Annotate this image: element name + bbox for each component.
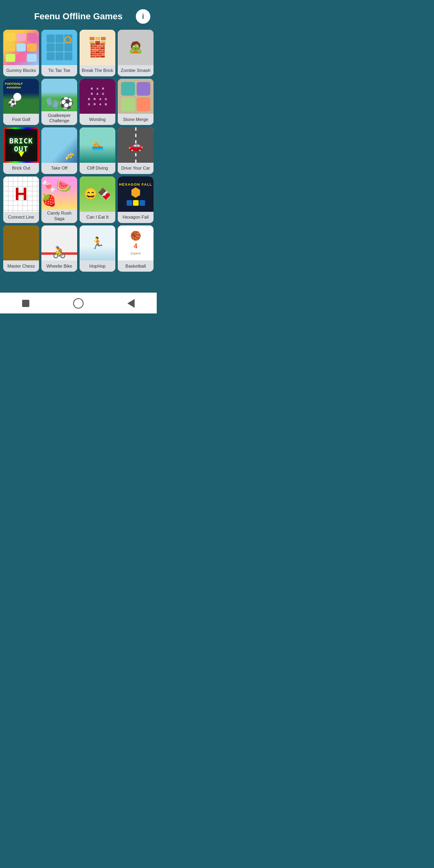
nav-square-icon — [22, 300, 29, 307]
ttt-circle-icon — [64, 36, 72, 43]
game-card-cliff-diving[interactable]: 🏊 Cliff Diving — [80, 127, 115, 174]
game-card-foot-golf[interactable]: FOOTGOLFevolution ⚽ Foot Golf — [3, 79, 39, 125]
game-label-hophop: HopHop — [80, 260, 115, 272]
game-label-break-the-brick: Break The Brick — [80, 65, 115, 76]
game-card-basketball[interactable]: 🏀 4 Superb Basketball — [118, 225, 154, 272]
nav-back-icon — [127, 299, 135, 308]
game-thumb-take-off: 🚕 — [41, 127, 77, 163]
game-label-drive-your-car: Drive Your Car — [118, 163, 154, 174]
game-thumb-connect-line: H — [3, 176, 39, 212]
nav-circle-icon — [73, 298, 84, 309]
game-card-brick-out[interactable]: BRICKOUT Brick Out — [3, 127, 39, 174]
game-label-hexagon-fall: Hexagon Fall — [118, 212, 154, 223]
game-card-hexagon-fall[interactable]: HEXAGON FALL Hexagon Fall — [118, 176, 154, 223]
game-thumb-hexagon-fall: HEXAGON FALL — [118, 176, 154, 212]
game-card-zombie-smash[interactable]: 🧟 Zombie Smash — [118, 30, 154, 76]
game-card-goalkeeper-challenge[interactable]: 🧤⚽ Goalkeeper Challenge — [41, 79, 77, 125]
game-label-wording: Wording — [80, 114, 115, 125]
game-card-hophop[interactable]: 🏃 HopHop — [80, 225, 115, 272]
game-thumb-can-i-eat-it: 😄🍫 — [80, 176, 115, 212]
game-card-wheelie-bike[interactable]: 🚴 Wheelie Bike — [41, 225, 77, 272]
nav-home-button[interactable] — [73, 298, 84, 309]
game-label-gummy-blocks: Gummy Blocks — [3, 65, 39, 76]
game-thumb-stone-merge — [118, 79, 154, 114]
game-thumb-break-the-brick: 🧱 — [80, 30, 115, 65]
game-thumb-master-chess — [3, 225, 39, 261]
game-thumb-basketball: 🏀 4 Superb — [118, 225, 154, 261]
game-thumb-foot-golf: FOOTGOLFevolution ⚽ — [3, 79, 39, 114]
game-label-zombie-smash: Zombie Smash — [118, 65, 154, 76]
info-button[interactable]: i — [136, 9, 150, 24]
game-label-take-off: Take Off — [41, 163, 77, 174]
game-thumb-goalkeeper-challenge: 🧤⚽ — [41, 79, 77, 111]
game-label-goalkeeper-challenge: Goalkeeper Challenge — [41, 111, 77, 125]
game-label-foot-golf: Foot Golf — [3, 114, 39, 125]
game-card-candy-rush-saga[interactable]: 🍬🍉🍓 Candy Rush Saga — [41, 176, 77, 223]
game-card-drive-your-car[interactable]: 🚗 Drive Your Car — [118, 127, 154, 174]
game-thumb-wheelie-bike: 🚴 — [41, 225, 77, 261]
game-label-cliff-diving: Cliff Diving — [80, 163, 115, 174]
game-label-wheelie-bike: Wheelie Bike — [41, 260, 77, 272]
game-label-tic-tac-toe: Tic Tac Toe — [41, 65, 77, 76]
game-card-tic-tac-toe[interactable]: Tic Tac Toe — [41, 30, 77, 76]
games-grid: Gummy Blocks Tic Tac Toe — [0, 28, 157, 275]
game-card-take-off[interactable]: 🚕 Take Off — [41, 127, 77, 174]
nav-back-button[interactable] — [127, 299, 135, 308]
game-card-stone-merge[interactable]: Stone Merge — [118, 79, 154, 125]
game-label-candy-rush-saga: Candy Rush Saga — [41, 209, 77, 223]
game-card-gummy-blocks[interactable]: Gummy Blocks — [3, 30, 39, 76]
game-thumb-drive-your-car: 🚗 — [118, 127, 154, 163]
game-thumb-gummy-blocks — [3, 30, 39, 65]
game-label-stone-merge: Stone Merge — [118, 114, 154, 125]
game-card-can-i-eat-it[interactable]: 😄🍫 Can I Eat It — [80, 176, 115, 223]
game-label-brick-out: Brick Out — [3, 163, 39, 174]
game-label-connect-line: Connect Line — [3, 212, 39, 223]
game-label-basketball: Basketball — [118, 260, 154, 272]
nav-recent-button[interactable] — [22, 300, 29, 307]
game-thumb-zombie-smash: 🧟 — [118, 30, 154, 65]
game-thumb-candy-rush-saga: 🍬🍉🍓 — [41, 176, 77, 209]
game-card-connect-line[interactable]: H Connect Line — [3, 176, 39, 223]
bottom-navigation — [0, 293, 157, 313]
game-thumb-brick-out: BRICKOUT — [3, 127, 39, 163]
game-thumb-tic-tac-toe — [41, 30, 77, 65]
app-header: Feenu Offline Games i — [0, 0, 157, 28]
game-thumb-wording: BAR RAG BRAG GRAB — [80, 79, 115, 114]
game-label-master-chess: Master Chess — [3, 260, 39, 272]
game-thumb-cliff-diving: 🏊 — [80, 127, 115, 163]
game-thumb-hophop: 🏃 — [80, 225, 115, 261]
game-card-break-the-brick[interactable]: 🧱 Break The Brick — [80, 30, 115, 76]
game-card-master-chess[interactable]: Master Chess — [3, 225, 39, 272]
app-title: Feenu Offline Games — [34, 11, 123, 22]
game-card-wording[interactable]: BAR RAG BRAG GRAB Wording — [80, 79, 115, 125]
game-label-can-i-eat-it: Can I Eat It — [80, 212, 115, 223]
